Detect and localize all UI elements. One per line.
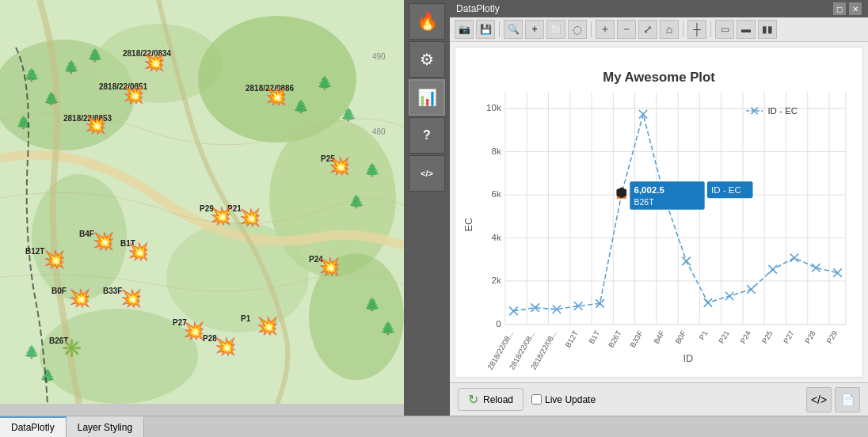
marker-p24: 💥 — [318, 258, 340, 276]
marker-p27: 💥 — [183, 322, 204, 340]
label-b12t: B12T — [25, 247, 44, 256]
zoom-in-btn[interactable]: ＋ — [596, 20, 615, 39]
bottom-bar: ↻ Reload Live Update </> 📄 — [450, 382, 868, 416]
sidebar-code-btn[interactable]: </> — [409, 155, 445, 192]
svg-text:P27: P27 — [782, 329, 796, 345]
main-container: 🌲🌲🌲 🌲🌲 🌲🌲🌲 🌲🌲 🌲🌲 🌲🌲 490 480 2818/22/0834… — [0, 0, 868, 416]
restore-button[interactable]: ◻ — [833, 2, 846, 15]
sidebar-help-btn[interactable]: ? — [409, 117, 445, 154]
toolbar-sep-1 — [499, 21, 500, 37]
tab-dataplotly[interactable]: DataPlotly — [0, 416, 67, 437]
svg-text:4k: 4k — [492, 233, 501, 242]
chart-icon: 📊 — [417, 88, 437, 107]
svg-text:ID - EC: ID - EC — [767, 106, 798, 116]
line-btn[interactable]: ▬ — [737, 20, 756, 39]
label-p1: P1 — [241, 314, 250, 323]
bar-btn[interactable]: ▮▮ — [758, 20, 777, 39]
bottom-right-controls: </> 📄 — [806, 387, 860, 412]
tab-layer-styling[interactable]: Layer Styling — [67, 416, 144, 437]
code-icon: </> — [421, 169, 433, 178]
zoom-out-btn[interactable]: － — [617, 20, 636, 39]
sidebar-chart-btn[interactable]: 📊 — [409, 79, 445, 116]
marker-b33f: 💥 — [120, 290, 142, 307]
svg-text:P1: P1 — [697, 329, 709, 341]
camera-btn[interactable]: 📷 — [455, 20, 474, 39]
label-b0f: B0F — [51, 287, 67, 295]
marker-b26t: ✳️ — [61, 340, 82, 357]
svg-text:10k: 10k — [486, 103, 501, 112]
chart-titlebar: DataPlotly ◻ ✕ — [450, 0, 868, 17]
fire-icon: 🔥 — [417, 11, 438, 32]
marker-b0f: 💥 — [69, 290, 90, 307]
map-markers: 2818/22/0834 💥 2818/22/0851 💥 2818/22/08… — [0, 0, 404, 404]
svg-text:P21: P21 — [717, 329, 731, 345]
svg-text:B33F: B33F — [628, 329, 645, 348]
svg-text:P25: P25 — [760, 329, 775, 345]
live-update-label: Live Update — [545, 394, 596, 405]
sidebar-settings-btn[interactable]: ⚙ — [409, 41, 445, 78]
gear-icon: ⚙ — [420, 50, 434, 69]
rect-btn[interactable]: ▭ — [715, 20, 734, 39]
marker-p25: 💥 — [329, 158, 350, 175]
tooltip-value: 6,002.5 — [634, 185, 665, 195]
data-line — [509, 110, 842, 315]
plus-btn[interactable]: + — [525, 20, 544, 39]
legend: ID - EC — [746, 106, 798, 116]
marker-p1: 💥 — [257, 317, 278, 335]
svg-text:8k: 8k — [492, 146, 501, 156]
toolbar-sep-3 — [683, 21, 683, 37]
zoom-btn[interactable]: 🔍 — [504, 20, 523, 39]
chart-panel: DataPlotly ◻ ✕ 📷 💾 🔍 + ⬜ ◌ ＋ － ⤢ ⌂ ┼ ▭ ▬ — [450, 0, 868, 416]
x-axis-label: ID — [683, 353, 693, 364]
help-icon: ? — [423, 128, 431, 142]
code-view-button[interactable]: </> — [806, 387, 832, 412]
y-axis-label: EC — [463, 218, 474, 231]
y-axis-ticks: 0 2k 4k 6k 8k 10k — [486, 103, 501, 329]
live-update-checkbox[interactable] — [531, 394, 542, 405]
svg-text:P28: P28 — [803, 329, 817, 345]
chart-titlebar-title: DataPlotly — [456, 3, 500, 14]
marker-2818-0834: 💥 — [143, 54, 165, 71]
reload-button[interactable]: ↻ Reload — [458, 388, 523, 411]
export-button[interactable]: 📄 — [835, 387, 860, 412]
live-update-container[interactable]: Live Update — [531, 394, 596, 405]
svg-text:B26T: B26T — [607, 329, 623, 348]
marker-b12t: 💥 — [44, 251, 65, 268]
svg-text:P29: P29 — [824, 329, 839, 345]
svg-text:B1T: B1T — [587, 329, 601, 345]
sidebar: 🔥 ⚙ 📊 ? </> — [404, 0, 450, 416]
map-area: 🌲🌲🌲 🌲🌲 🌲🌲🌲 🌲🌲 🌲🌲 🌲🌲 490 480 2818/22/0834… — [0, 0, 404, 404]
marker-2818-0853: 💥 — [85, 116, 106, 134]
spike-btn[interactable]: ┼ — [687, 20, 706, 39]
tooltip-sublabel: B26T — [634, 198, 655, 207]
svg-text:6k: 6k — [492, 189, 501, 199]
marker-2818-0886: 💥 — [265, 88, 287, 105]
svg-text:P24: P24 — [738, 329, 752, 345]
toolbar-sep-2 — [591, 21, 592, 37]
save-btn[interactable]: 💾 — [476, 20, 495, 39]
select-rect-btn[interactable]: ⬜ — [546, 20, 565, 39]
titlebar-controls: ◻ ✕ — [833, 2, 862, 15]
close-button[interactable]: ✕ — [849, 2, 862, 15]
export-icon: 📄 — [841, 393, 855, 406]
sidebar-fire-btn[interactable]: 🔥 — [409, 3, 445, 40]
lasso-btn[interactable]: ◌ — [568, 20, 587, 39]
data-points — [509, 110, 842, 315]
svg-text:2k: 2k — [492, 276, 501, 285]
footer-tabs: DataPlotly Layer Styling — [0, 416, 868, 437]
svg-text:B12T: B12T — [563, 329, 580, 348]
svg-text:0: 0 — [496, 319, 501, 329]
x-axis-labels: 2818/22/08... 2818/22/08... 2818/22/08..… — [485, 329, 839, 370]
marker-b1t: 💥 — [128, 243, 149, 260]
marker-p29: 💥 — [210, 207, 231, 225]
toolbar-sep-4 — [710, 21, 711, 37]
marker-p21: 💥 — [239, 209, 261, 226]
svg-text:B0F: B0F — [673, 329, 687, 345]
fit-btn[interactable]: ⤢ — [638, 20, 657, 39]
chart-toolbar: 📷 💾 🔍 + ⬜ ◌ ＋ － ⤢ ⌂ ┼ ▭ ▬ ▮▮ — [450, 17, 868, 42]
tooltip-label: ID - EC — [711, 185, 741, 195]
home-btn[interactable]: ⌂ — [660, 20, 679, 39]
chart-title: My Awesome Plot — [603, 70, 715, 85]
marker-b4f: 💥 — [93, 233, 114, 250]
code-view-icon: </> — [811, 393, 827, 406]
